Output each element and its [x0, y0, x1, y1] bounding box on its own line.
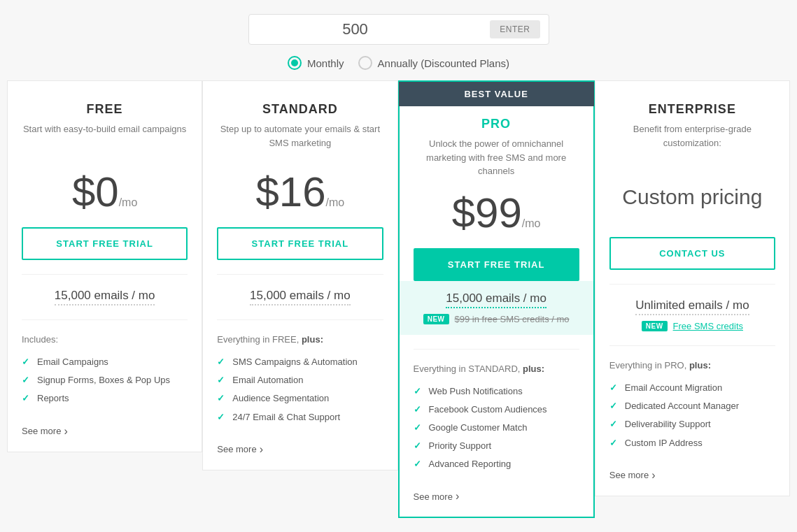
annually-label: Annually (Discounted Plans): [378, 57, 509, 69]
feature-item: Web Push Notifications: [414, 382, 579, 401]
divider-standard: [217, 274, 383, 275]
includes-label-enterprise: Everything in PRO, plus:: [609, 360, 775, 371]
includes-label-standard: Everything in FREE, plus:: [217, 334, 383, 345]
email-input-box: ENTER: [248, 14, 549, 45]
pro-emails-box: 15,000 emails / mo NEW $99 in free SMS c…: [400, 281, 593, 335]
divider2-enterprise: [609, 345, 775, 346]
plan-name-pro: PRO: [414, 117, 579, 131]
plan-description-pro: Unlock the power of omnichannel marketin…: [414, 137, 579, 178]
monthly-option[interactable]: Monthly: [288, 56, 344, 70]
annually-option[interactable]: Annually (Discounted Plans): [358, 56, 509, 70]
new-badge-pro: NEW: [423, 314, 449, 324]
price-mo-standard: /mo: [326, 196, 345, 208]
cta-btn-enterprise[interactable]: CONTACT US: [609, 237, 775, 270]
see-more-enterprise[interactable]: See more: [609, 469, 656, 482]
top-section: ENTER Monthly Annually (Discounted Plans…: [0, 0, 797, 80]
price-mo-pro: /mo: [522, 217, 541, 229]
feature-item: Priority Support: [414, 437, 579, 455]
feature-list-enterprise: Email Account Migration Dedicated Accoun…: [609, 379, 775, 452]
cta-btn-pro[interactable]: START FREE TRIAL: [414, 248, 579, 281]
plan-name-standard: STANDARD: [217, 102, 383, 117]
monthly-radio[interactable]: [288, 56, 302, 70]
price-amount-pro: $99: [452, 189, 522, 236]
new-badge-row-enterprise: NEW Free SMS credits: [609, 321, 775, 331]
feature-item: Email Campaigns: [22, 353, 188, 371]
plan-price-pro: $99/mo: [414, 192, 579, 234]
feature-list-pro: Web Push Notifications Facebook Custom A…: [414, 382, 579, 474]
plan-name-free: FREE: [22, 102, 188, 117]
new-badge-enterprise: NEW: [642, 321, 668, 331]
emails-count-standard: 15,000 emails / mo: [250, 289, 351, 305]
cta-btn-free[interactable]: START FREE TRIAL: [22, 227, 188, 260]
feature-item: Audience Segmentation: [217, 389, 383, 408]
plan-name-enterprise: ENTERPRISE: [609, 102, 775, 117]
plan-description-enterprise: Benefit from enterprise-grade customizat…: [609, 122, 775, 157]
best-value-banner: BEST VALUE: [399, 82, 594, 106]
emails-count-free: 15,000 emails / mo: [55, 289, 155, 305]
feature-item: Facebook Custom Audiences: [414, 401, 579, 419]
includes-label-free: Includes:: [22, 334, 188, 345]
feature-item: Advanced Reporting: [414, 455, 579, 473]
plan-card-free: FREE Start with easy-to-build email camp…: [7, 80, 202, 452]
emails-info-standard: 15,000 emails / mo: [217, 289, 383, 305]
monthly-label: Monthly: [307, 57, 344, 69]
feature-item: SMS Campaigns & Automation: [217, 353, 383, 371]
emails-count-pro: 15,000 emails / mo: [446, 292, 546, 308]
includes-label-pro: Everything in STANDARD, plus:: [414, 364, 579, 374]
price-amount-standard: $16: [255, 168, 325, 215]
feature-item: Reports: [22, 389, 188, 408]
price-mo-free: /mo: [119, 196, 138, 208]
divider-free: [22, 274, 188, 275]
plan-card-standard: STANDARD Step up to automate your emails…: [202, 80, 397, 470]
feature-list-free: Email Campaigns Signup Forms, Boxes & Po…: [22, 353, 188, 408]
emails-info-free: 15,000 emails / mo: [22, 289, 188, 305]
feature-item: Signup Forms, Boxes & Pop Ups: [22, 371, 188, 389]
feature-item: Google Customer Match: [414, 419, 579, 437]
feature-item: 24/7 Email & Chat Support: [217, 408, 383, 426]
divider2-free: [22, 319, 188, 320]
plans-container: FREE Start with easy-to-build email camp…: [7, 80, 790, 518]
feature-item: Custom IP Address: [609, 434, 775, 452]
plan-price-standard: $16/mo: [217, 171, 383, 213]
feature-item: Dedicated Account Manager: [609, 397, 775, 415]
feature-item: Deliverability Support: [609, 415, 775, 433]
emails-info-pro: 15,000 emails / mo: [414, 292, 579, 308]
emails-count-enterprise: Unlimited emails / mo: [635, 299, 749, 315]
subscriber-input[interactable]: [258, 20, 453, 38]
annually-radio[interactable]: [358, 56, 372, 70]
sms-credits-free-enterprise: Free SMS credits: [673, 321, 743, 331]
feature-item: Email Automation: [217, 371, 383, 389]
new-badge-row-pro: NEW $99 in free SMS credits / mo: [414, 314, 579, 324]
divider-enterprise: [609, 284, 775, 285]
emails-info-enterprise: Unlimited emails / mo: [609, 299, 775, 315]
divider2-standard: [217, 319, 383, 320]
cta-btn-standard[interactable]: START FREE TRIAL: [217, 227, 383, 260]
price-amount-free: $0: [72, 168, 119, 215]
see-more-free[interactable]: See more: [22, 425, 68, 438]
plan-description-free: Start with easy-to-build email campaigns: [22, 122, 188, 157]
plans-wrapper: FREE Start with easy-to-build email camp…: [0, 80, 797, 518]
see-more-pro[interactable]: See more: [414, 490, 460, 503]
custom-pricing: Custom pricing: [609, 171, 775, 223]
enter-button[interactable]: ENTER: [490, 20, 539, 38]
divider2-pro: [414, 349, 579, 350]
plan-price-free: $0/mo: [22, 171, 188, 213]
feature-list-standard: SMS Campaigns & Automation Email Automat…: [217, 353, 383, 426]
feature-item: Email Account Migration: [609, 379, 775, 397]
see-more-standard[interactable]: See more: [217, 443, 263, 456]
plan-card-enterprise: ENTERPRISE Benefit from enterprise-grade…: [595, 80, 790, 496]
billing-toggle: Monthly Annually (Discounted Plans): [288, 56, 509, 70]
sms-credits-pro: $99 in free SMS credits / mo: [455, 314, 570, 324]
plan-card-pro: BEST VALUE PRO Unlock the power of omnic…: [398, 80, 595, 518]
plan-description-standard: Step up to automate your emails & start …: [217, 122, 383, 157]
